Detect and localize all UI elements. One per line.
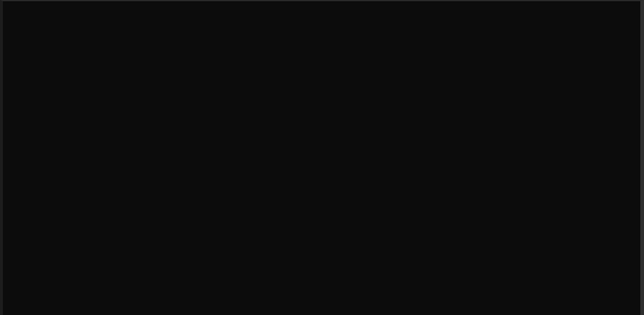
- fkey-f6-sortby[interactable]: [228, 300, 274, 312]
- fkey-f8-nice-plus[interactable]: [318, 300, 363, 312]
- fkey-f4-filter[interactable]: [138, 300, 184, 312]
- tabs-row: [3, 88, 640, 102]
- fkey-f2-setup[interactable]: [48, 300, 94, 312]
- fkey-f9-kill[interactable]: [363, 300, 409, 312]
- fkey-f1-help[interactable]: [3, 300, 48, 312]
- fkey-f3-search[interactable]: [93, 300, 138, 312]
- function-key-bar: [3, 299, 641, 313]
- fkey-f10-quit[interactable]: [408, 300, 498, 312]
- htop-screen: [0, 0, 644, 315]
- fkey-f7-nice-minus[interactable]: [273, 300, 318, 312]
- tabs-indent: [3, 89, 16, 101]
- fkey-f5-tree[interactable]: [183, 300, 228, 312]
